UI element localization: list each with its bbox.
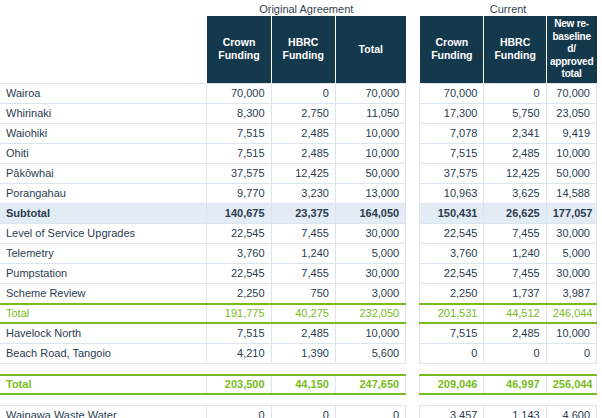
value-cell: 22,545 — [207, 263, 271, 283]
value-cell: 5,000 — [335, 243, 405, 263]
value-cell: 2,250 — [420, 283, 484, 304]
row-label: Ohiti — [0, 143, 207, 163]
spacer-cell — [406, 394, 420, 406]
row-label: Wairoa — [0, 83, 207, 103]
value-cell: 23,375 — [271, 203, 335, 223]
gap-cell — [406, 375, 420, 394]
value-cell: 22,545 — [420, 223, 484, 243]
value-cell: 2,250 — [207, 283, 271, 304]
row-label: Whirinaki — [0, 103, 207, 123]
gap-cell — [406, 304, 420, 323]
value-cell: 203,500 — [207, 375, 271, 394]
gap-cell — [406, 143, 420, 163]
value-cell: 3,760 — [207, 243, 271, 263]
spacer-cell — [0, 394, 207, 406]
value-cell: 10,000 — [546, 143, 596, 163]
value-cell: 30,000 — [335, 263, 405, 283]
row-label: Pākōwhai — [0, 163, 207, 183]
value-cell: 3,000 — [335, 283, 405, 304]
corner-cell — [0, 16, 207, 83]
spacer-cell — [546, 363, 596, 375]
value-cell: 150,431 — [420, 203, 484, 223]
col-header-orig-crown-funding: Crown Funding — [207, 16, 271, 83]
row-telemetry: Telemetry3,7601,2405,0003,7601,2405,000 — [0, 243, 597, 263]
row-pākōwhai: Pākōwhai37,57512,42550,00037,57512,42550… — [0, 163, 597, 183]
value-cell: 0 — [546, 343, 596, 363]
value-cell: 22,545 — [207, 223, 271, 243]
value-cell: 0 — [271, 83, 335, 103]
spacer-cell — [484, 363, 546, 375]
row-label: Waipawa Waste Water — [0, 405, 207, 418]
gap-cell — [406, 183, 420, 203]
value-cell: 12,425 — [271, 163, 335, 183]
value-cell: 70,000 — [546, 83, 596, 103]
value-cell: 10,000 — [546, 323, 596, 344]
table-header: Original Agreement Current Crown Funding… — [0, 2, 597, 83]
col-header-orig-total: Total — [335, 16, 405, 83]
gap-cell — [406, 123, 420, 143]
value-cell: 256,044 — [546, 375, 596, 394]
value-cell: 44,150 — [271, 375, 335, 394]
col-header-cur-new-rebaselined-total: New re-baselined/ approved total — [546, 16, 596, 83]
spacer-cell — [406, 363, 420, 375]
spacer-cell — [420, 363, 484, 375]
row-label: Porangahau — [0, 183, 207, 203]
value-cell: 5,000 — [546, 243, 596, 263]
value-cell: 1,240 — [484, 243, 546, 263]
value-cell: 5,750 — [484, 103, 546, 123]
value-cell: 14,588 — [546, 183, 596, 203]
value-cell: 7,515 — [420, 143, 484, 163]
value-cell: 0 — [484, 83, 546, 103]
value-cell: 7,515 — [207, 323, 271, 344]
value-cell: 46,997 — [484, 375, 546, 394]
row-pumpstation: Pumpstation22,5457,45530,00022,5457,4553… — [0, 263, 597, 283]
value-cell: 7,515 — [207, 123, 271, 143]
value-cell: 1,143 — [484, 405, 546, 418]
gap-cell — [406, 405, 420, 418]
value-cell: 44,512 — [484, 304, 546, 323]
gap-cell — [406, 103, 420, 123]
row-waipawa-waste-water: Waipawa Waste Water0003,4571,1434,600 — [0, 405, 597, 418]
value-cell: 2,485 — [484, 323, 546, 344]
col-header-cur-hbrc-funding: HBRC Funding — [484, 16, 546, 83]
gap-cell — [406, 243, 420, 263]
value-cell: 30,000 — [335, 223, 405, 243]
value-cell: 1,240 — [271, 243, 335, 263]
value-cell: 0 — [271, 405, 335, 418]
value-cell: 7,515 — [207, 143, 271, 163]
value-cell: 37,575 — [207, 163, 271, 183]
value-cell: 10,963 — [420, 183, 484, 203]
value-cell: 11,050 — [335, 103, 405, 123]
spacer-cell — [420, 394, 484, 406]
value-cell: 7,515 — [420, 323, 484, 344]
spacer-cell — [271, 394, 335, 406]
value-cell: 0 — [207, 405, 271, 418]
value-cell: 23,050 — [546, 103, 596, 123]
value-cell: 50,000 — [546, 163, 596, 183]
value-cell: 1,737 — [484, 283, 546, 304]
value-cell: 50,000 — [335, 163, 405, 183]
value-cell: 232,050 — [335, 304, 405, 323]
value-cell: 37,575 — [420, 163, 484, 183]
value-cell: 164,050 — [335, 203, 405, 223]
row-label: Total — [0, 304, 207, 323]
value-cell: 22,545 — [420, 263, 484, 283]
value-cell: 750 — [271, 283, 335, 304]
row-label: Beach Road, Tangoio — [0, 343, 207, 363]
value-cell: 17,300 — [420, 103, 484, 123]
value-cell: 2,485 — [271, 143, 335, 163]
value-cell: 10,000 — [335, 323, 405, 344]
value-cell: 7,455 — [271, 263, 335, 283]
value-cell: 7,455 — [271, 223, 335, 243]
value-cell: 9,770 — [207, 183, 271, 203]
row-label: Level of Service Upgrades — [0, 223, 207, 243]
gap-cell — [406, 223, 420, 243]
value-cell: 7,455 — [484, 223, 546, 243]
spacer-cell — [484, 394, 546, 406]
value-cell: 70,000 — [207, 83, 271, 103]
gap-cell — [406, 16, 420, 83]
gap-cell — [406, 323, 420, 344]
row-ohiti: Ohiti7,5152,48510,0007,5152,48510,000 — [0, 143, 597, 163]
funding-table: Original Agreement Current Crown Funding… — [0, 2, 597, 418]
value-cell: 13,000 — [335, 183, 405, 203]
